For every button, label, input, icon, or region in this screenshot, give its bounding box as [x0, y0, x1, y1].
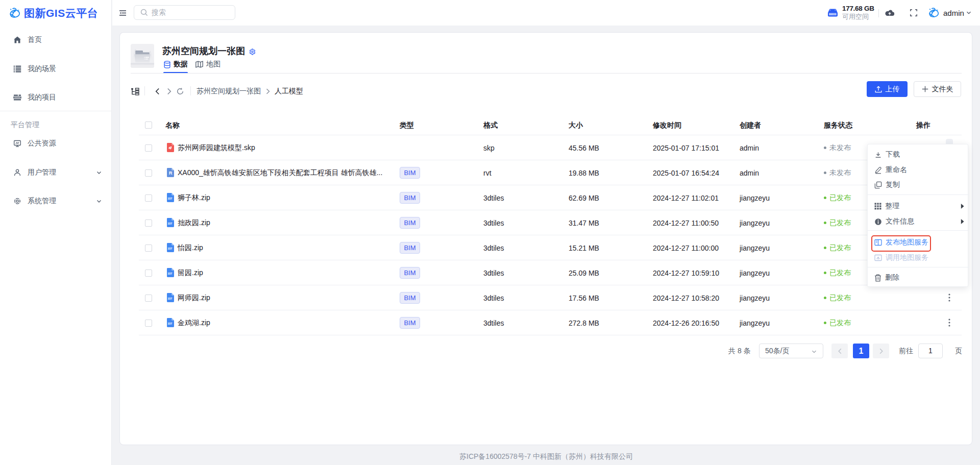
svg-text:3DT: 3DT	[168, 198, 173, 200]
svg-text:3DT: 3DT	[168, 223, 173, 225]
svg-text:3DT: 3DT	[168, 298, 173, 300]
svg-text:3DT: 3DT	[168, 273, 173, 275]
svg-text:3DT: 3DT	[168, 323, 173, 325]
svg-text:R: R	[169, 170, 173, 176]
svg-text:3DT: 3DT	[168, 248, 173, 250]
